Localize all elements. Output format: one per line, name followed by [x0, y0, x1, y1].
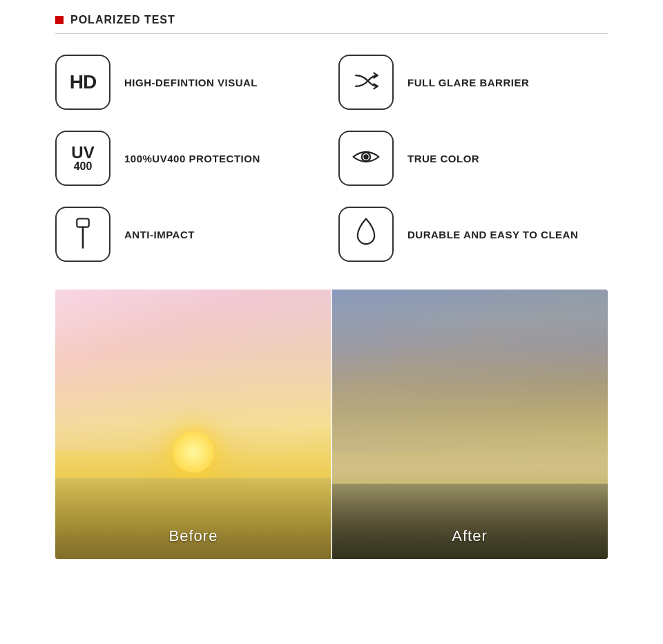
- before-panel: Before: [55, 290, 332, 559]
- shuffle-icon-box: [338, 55, 394, 110]
- eye-icon-box: [338, 131, 394, 186]
- tool-icon-box: [55, 207, 110, 262]
- after-panel: After: [332, 290, 608, 559]
- page-container: POLARIZED TEST HD HIGH-DEFINTION VISUAL: [0, 0, 663, 573]
- before-sun: [173, 431, 214, 473]
- after-water: [332, 484, 608, 559]
- feature-item-hd: HD HIGH-DEFINTION VISUAL: [55, 55, 325, 110]
- color-label: TRUE COLOR: [407, 153, 479, 164]
- drop-icon-box: [338, 207, 394, 262]
- feature-item-impact: ANTI-IMPACT: [55, 207, 325, 262]
- tool-icon: [70, 216, 95, 252]
- glare-label: FULL GLARE BARRIER: [407, 77, 529, 88]
- feature-item-glare: FULL GLARE BARRIER: [338, 55, 608, 110]
- hd-icon: HD: [70, 71, 96, 93]
- uv-icon-box: UV 400: [55, 131, 110, 186]
- feature-item-clean: DURABLE AND EASY TO CLEAN: [338, 207, 608, 262]
- hd-icon-box: HD: [55, 55, 110, 110]
- after-label: After: [452, 527, 487, 545]
- section-header: POLARIZED TEST: [55, 14, 608, 34]
- comparison-divider: [331, 290, 332, 559]
- after-clouds: [332, 290, 608, 451]
- header-indicator: [55, 16, 64, 24]
- impact-label: ANTI-IMPACT: [124, 229, 195, 240]
- comparison-section: Before After: [55, 290, 608, 559]
- svg-point-1: [364, 155, 367, 158]
- hd-label: HIGH-DEFINTION VISUAL: [124, 77, 258, 88]
- feature-item-uv: UV 400 100%UV400 PROTECTION: [55, 131, 325, 186]
- feature-item-color: TRUE COLOR: [338, 131, 608, 186]
- section-title: POLARIZED TEST: [70, 14, 175, 26]
- shuffle-icon: [351, 66, 381, 99]
- eye-icon: [351, 144, 381, 172]
- before-label: Before: [169, 527, 218, 545]
- features-grid: HD HIGH-DEFINTION VISUAL FULL GLARE BARR…: [55, 55, 608, 262]
- drop-icon: [354, 216, 378, 252]
- clean-label: DURABLE AND EASY TO CLEAN: [407, 229, 578, 240]
- uv-label: 100%UV400 PROTECTION: [124, 153, 260, 164]
- before-clouds: [55, 290, 332, 451]
- before-water: [55, 478, 332, 559]
- svg-rect-2: [77, 218, 88, 227]
- uv-icon: UV 400: [71, 144, 94, 172]
